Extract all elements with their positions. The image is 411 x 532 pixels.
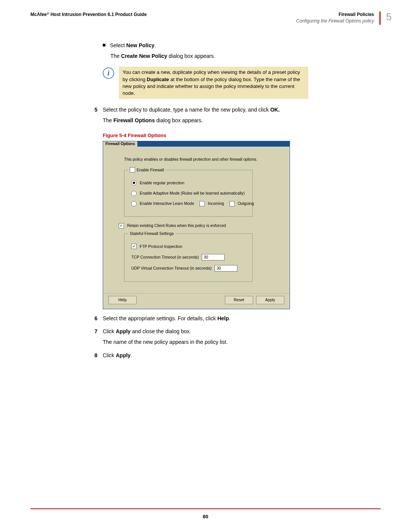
page: McAfee® Host Intrusion Prevention 6.1 Pr… [0, 0, 411, 532]
step6-bold: Help [217, 315, 229, 321]
step-5-text: Select the policy to duplicate, type a n… [103, 106, 381, 113]
step8-bold: Apply [116, 352, 131, 358]
radio-adaptive-mode[interactable] [131, 191, 137, 196]
radio-adaptive-mode-row: Enable Adaptive Mode (Rules will be lear… [131, 190, 245, 196]
group-enable-firewall: Enable Firewall Enable regular protectio… [124, 170, 253, 217]
step7-bold: Apply [116, 328, 131, 334]
tcp-timeout-row: TCP Connection Timeout (in seconds) 30 [131, 254, 245, 260]
registered-icon: ® [47, 12, 49, 16]
step-5-follow: The Firewall Options dialog box appears. [103, 117, 381, 124]
bullet-suffix: . [155, 42, 156, 48]
step5-pre: Select the policy to duplicate, type a n… [103, 107, 270, 113]
step-5: 5 Select the policy to duplicate, type a… [103, 106, 381, 113]
checkbox-outgoing[interactable] [229, 201, 235, 206]
dialog-titlebar: Firewall Options [103, 141, 290, 147]
step-8-number: 8 [92, 351, 97, 359]
page-header: McAfee® Host Intrusion Prevention 6.1 Pr… [30, 11, 381, 26]
bullet-prefix: Select [110, 42, 126, 48]
dialog-description: This policy enables or disables firewall… [124, 157, 275, 162]
checkbox-retain-rules-label: Retain existing Client Rules when this p… [127, 223, 226, 228]
bullet-select-new-policy: Select New Policy. [103, 42, 381, 49]
checkbox-ftp-inspection[interactable] [131, 244, 137, 249]
figure-caption: Figure 5-4 Firewall Options [103, 132, 381, 139]
step-8: 8 Click Apply. [103, 351, 381, 359]
brand-name: McAfee [30, 12, 47, 17]
help-button[interactable]: Help [108, 296, 137, 304]
bullet-text: Select New Policy. [110, 42, 381, 49]
info-icon: i [103, 67, 114, 79]
tcp-timeout-label: TCP Connection Timeout (in seconds) [131, 254, 199, 260]
note-bold: Duplicate [147, 77, 169, 82]
square-bullet-icon [103, 44, 105, 46]
tcp-timeout-input[interactable]: 30 [202, 254, 225, 260]
step7-post: and close the dialog box. [131, 328, 191, 334]
step-8-text: Click Apply. [103, 351, 381, 359]
step-7-text: Click Apply and close the dialog box. [103, 328, 381, 335]
group-stateful-title-text: Stateful Firewall Settings [130, 231, 174, 236]
step7-pre: Click [103, 328, 116, 334]
group-stateful-title: Stateful Firewall Settings [128, 231, 175, 236]
udp-timeout-input[interactable]: 30 [215, 265, 237, 272]
ftp-inspection-row: FTP Protocol Inspection [131, 244, 245, 249]
checkbox-retain-rules[interactable] [119, 223, 124, 228]
chapter-number: 5 [386, 10, 392, 24]
step5-bold: OK. [270, 107, 280, 113]
radio-adaptive-mode-label: Enable Adaptive Mode (Rules will be lear… [140, 190, 245, 196]
button-spacer [137, 296, 225, 304]
udp-timeout-label: UDP Virtual Connection Timeout (in secon… [131, 265, 212, 271]
step6-pre: Select the appropriate settings. For det… [103, 315, 217, 321]
dialog-button-bar: Help Reset Apply [103, 293, 290, 309]
udp-timeout-row: UDP Virtual Connection Timeout (in secon… [131, 265, 245, 272]
step-5-number: 5 [92, 106, 97, 113]
info-note-text: You can create a new, duplicate policy w… [119, 67, 308, 99]
step6-post: . [229, 315, 231, 321]
section-title: Firewall Policies [296, 11, 374, 18]
radio-interactive-learn-label: Enable Interactive Learn Mode [140, 201, 194, 206]
step-7-number: 7 [92, 328, 97, 335]
radio-interactive-learn[interactable] [131, 201, 137, 206]
header-left: McAfee® Host Intrusion Prevention 6.1 Pr… [30, 11, 147, 18]
radio-regular-protection[interactable] [131, 180, 137, 185]
enable-firewall-label: Enable Firewall [137, 167, 164, 173]
bullet-bold: New Policy [126, 42, 155, 48]
checkbox-incoming-label: Incoming [208, 201, 224, 206]
group-stateful-settings: Stateful Firewall Settings FTP Protocol … [124, 233, 253, 282]
step-6-number: 6 [92, 315, 97, 322]
step-6-text: Select the appropriate settings. For det… [103, 315, 381, 322]
group-enable-firewall-title: Enable Firewall [128, 167, 166, 173]
page-body: Select New Policy. The Create New Policy… [103, 42, 381, 359]
checkbox-incoming[interactable] [199, 201, 205, 206]
checkbox-ftp-inspection-label: FTP Protocol Inspection [140, 244, 182, 249]
info-note: i You can create a new, duplicate policy… [103, 67, 308, 99]
bullet-follow: The Create New Policy dialog box appears… [110, 52, 381, 60]
step-7-follow: The name of the new policy appears in th… [103, 338, 381, 346]
bullet-follow-pre: The [110, 53, 121, 59]
bullet-follow-bold: Create New Policy [121, 53, 167, 59]
firewall-options-dialog: Firewall Options This policy enables or … [103, 141, 290, 309]
dialog-tab[interactable]: Firewall Options [103, 141, 138, 147]
step8-post: . [131, 352, 132, 358]
radio-interactive-row: Enable Interactive Learn Mode Incoming O… [131, 201, 245, 206]
checkbox-outgoing-label: Outgoing [238, 201, 254, 206]
retain-rules-row: Retain existing Client Rules when this p… [119, 223, 275, 228]
radio-regular-protection-label: Enable regular protection [140, 180, 184, 186]
dialog-body: This policy enables or disables firewall… [103, 147, 290, 293]
step5-follow-post: dialog box appears. [155, 117, 203, 123]
doc-title: Host Intrusion Prevention 6.1 Product Gu… [51, 12, 147, 17]
bullet-follow-post: dialog box appears. [167, 53, 215, 59]
enable-firewall-checkbox[interactable] [130, 167, 135, 173]
radio-regular-protection-row: Enable regular protection [131, 180, 245, 186]
step5-follow-bold: Firewall Options [113, 117, 155, 123]
page-number: 80 [0, 513, 411, 521]
footer-rule [30, 508, 381, 509]
header-right: Firewall Policies Configuring the Firewa… [296, 11, 381, 25]
step8-pre: Click [103, 352, 116, 358]
apply-button[interactable]: Apply [256, 296, 284, 304]
step-6: 6 Select the appropriate settings. For d… [103, 315, 381, 322]
step5-follow-pre: The [103, 117, 113, 123]
reset-button[interactable]: Reset [225, 296, 253, 304]
section-subtitle: Configuring the Firewall Options policy [296, 18, 374, 24]
step-7: 7 Click Apply and close the dialog box. [103, 328, 381, 335]
